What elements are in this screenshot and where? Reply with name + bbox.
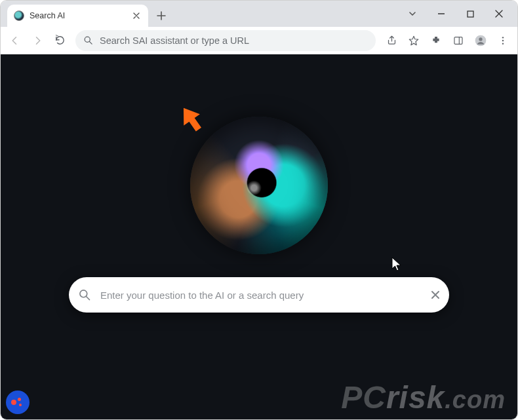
side-panel-button[interactable] — [448, 30, 469, 51]
swirl-icon — [190, 117, 328, 254]
share-button[interactable] — [381, 30, 402, 51]
watermark-text: PCrisk.com — [341, 379, 506, 415]
minimize-button[interactable] — [427, 3, 456, 24]
svg-point-9 — [502, 43, 504, 44]
assistant-bubble-button[interactable] — [6, 391, 30, 414]
back-button[interactable] — [5, 30, 26, 51]
browser-window: Search AI — [0, 0, 518, 420]
maximize-button[interactable] — [456, 3, 485, 24]
page-content: PCrisk.com — [1, 54, 517, 419]
close-window-button[interactable] — [485, 3, 513, 24]
search-icon — [83, 35, 93, 45]
reload-button[interactable] — [49, 30, 70, 51]
svg-rect-0 — [468, 11, 473, 17]
svg-rect-3 — [454, 37, 462, 44]
page-search-bar[interactable] — [69, 277, 449, 313]
browser-tab[interactable]: Search AI — [7, 5, 148, 27]
search-icon — [78, 288, 91, 301]
profile-button[interactable] — [470, 30, 491, 51]
annotation-arrow-icon — [176, 104, 207, 134]
extensions-button[interactable] — [426, 30, 447, 51]
svg-line-11 — [87, 297, 90, 300]
svg-point-8 — [502, 39, 504, 41]
svg-line-2 — [89, 41, 92, 44]
new-tab-button[interactable] — [152, 7, 170, 25]
omnibox-input[interactable] — [100, 35, 368, 46]
tab-favicon — [14, 10, 24, 21]
tab-strip: Search AI — [1, 1, 517, 27]
tab-title: Search AI — [30, 11, 126, 20]
page-search-input[interactable] — [100, 290, 422, 301]
browser-toolbar — [1, 27, 517, 54]
svg-point-7 — [502, 37, 504, 38]
bookmark-button[interactable] — [403, 30, 424, 51]
svg-point-6 — [479, 37, 482, 41]
mouse-cursor-icon — [391, 257, 403, 273]
chrome-menu-button[interactable] — [492, 30, 513, 51]
hero-logo — [190, 117, 328, 254]
address-bar[interactable] — [75, 30, 376, 51]
window-controls — [401, 1, 517, 27]
bubble-dots-icon — [11, 398, 24, 407]
forward-button[interactable] — [27, 30, 48, 51]
tab-search-button[interactable] — [401, 3, 424, 24]
clear-icon[interactable] — [431, 290, 440, 299]
close-tab-button[interactable] — [131, 10, 142, 21]
